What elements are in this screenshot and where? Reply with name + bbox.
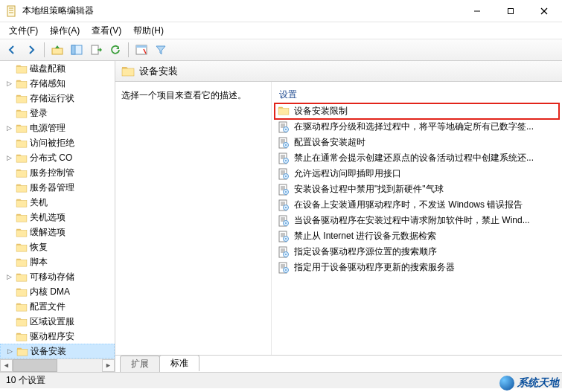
watermark-text: 系统天地 [517, 376, 559, 390]
setting-policy-row[interactable]: 在驱动程序分级和选择过程中，将平等地确定所有已数字签... [275, 119, 559, 135]
svg-rect-16 [16, 96, 27, 103]
folder-icon [16, 64, 28, 74]
minimize-button[interactable] [460, 0, 494, 22]
toolbar-separator [128, 42, 129, 57]
up-button[interactable] [48, 41, 66, 59]
folder-icon [16, 332, 28, 341]
setting-policy-row[interactable]: 在设备上安装通用驱动程序时，不发送 Windows 错误报告 [275, 197, 559, 213]
expand-icon[interactable]: ▷ [5, 347, 14, 356]
scroll-left-arrow[interactable]: ◄ [0, 359, 13, 372]
setting-folder-row[interactable]: 设备安装限制 [275, 103, 559, 119]
tree-item[interactable]: 缓解选项 [0, 225, 115, 240]
expand-placeholder [4, 242, 13, 251]
filter-button[interactable] [152, 41, 170, 59]
setting-policy-row[interactable]: 禁止从 Internet 进行设备元数据检索 [275, 228, 559, 244]
close-button[interactable] [527, 0, 561, 22]
toolbar [0, 39, 562, 61]
tree-item[interactable]: ▷分布式 CO [0, 150, 115, 165]
tree-item-label: 区域设置服 [30, 315, 74, 328]
tree-item-label: 电源管理 [30, 122, 66, 135]
tree-item-label: 内核 DMA [30, 286, 70, 298]
titlebar: 本地组策略编辑器 [0, 0, 562, 22]
tree-item[interactable]: ▷可移动存储 [0, 269, 115, 284]
folder-icon [16, 138, 28, 148]
tree-item[interactable]: 脚本 [0, 254, 115, 269]
setting-policy-row[interactable]: 禁止在通常会提示创建还原点的设备活动过程中创建系统还... [275, 150, 559, 166]
setting-policy-row[interactable]: 配置设备安装超时 [275, 135, 559, 150]
expand-icon[interactable]: ▷ [4, 79, 13, 88]
settings-column-header[interactable]: 设置 [275, 86, 559, 103]
tree-item[interactable]: 区域设置服 [0, 314, 115, 329]
expand-icon[interactable]: ▷ [4, 123, 13, 132]
menu-action[interactable]: 操作(A) [44, 23, 86, 39]
show-hide-console-button[interactable] [68, 41, 86, 59]
tree-item[interactable]: 存储运行状 [0, 91, 115, 106]
tree-item[interactable]: 服务器管理 [0, 180, 115, 195]
back-button[interactable] [3, 41, 21, 59]
svg-rect-26 [16, 245, 27, 251]
tab-standard[interactable]: 标准 [159, 355, 199, 371]
status-text: 10 个设置 [6, 374, 45, 387]
maximize-button[interactable] [494, 0, 527, 22]
statusbar: 10 个设置 [0, 372, 562, 388]
tree-item-label: 访问被拒绝 [30, 137, 74, 150]
tree-item[interactable]: ▷设备安装 [0, 344, 115, 359]
refresh-button[interactable] [106, 41, 124, 59]
setting-policy-row[interactable]: 当设备驱动程序在安装过程中请求附加软件时，禁止 Wind... [275, 213, 559, 228]
tree-item-label: 可移动存储 [30, 271, 74, 283]
tree-item[interactable]: 配置文件 [0, 299, 115, 314]
svg-rect-35 [278, 108, 289, 115]
tree-item[interactable]: 服务控制管 [0, 165, 115, 180]
tree-item-label: 磁盘配额 [30, 62, 66, 75]
menubar: 文件(F) 操作(A) 查看(V) 帮助(H) [0, 22, 562, 39]
tree-item[interactable]: 驱动程序安 [0, 329, 115, 344]
folder-icon [16, 94, 28, 103]
setting-policy-row[interactable]: 指定设备驱动程序源位置的搜索顺序 [275, 244, 559, 260]
setting-policy-row[interactable]: 安装设备过程中禁用"找到新硬件"气球 [275, 181, 559, 197]
expand-icon[interactable]: ▷ [4, 153, 13, 162]
scroll-right-arrow[interactable]: ► [102, 359, 115, 372]
tab-extended[interactable]: 扩展 [120, 356, 160, 372]
svg-rect-19 [16, 141, 27, 147]
tree-item-label: 存储运行状 [30, 92, 74, 105]
tree-horizontal-scrollbar[interactable]: ◄ ► [0, 359, 115, 371]
detail-header: 设备安装 [115, 61, 562, 82]
tabs-bar: 扩展 标准 [115, 355, 562, 371]
tree-item[interactable]: 磁盘配额 [0, 61, 115, 76]
setting-policy-row[interactable]: 指定用于设备驱动程序更新的搜索服务器 [275, 260, 559, 275]
folder-icon [16, 168, 28, 178]
tree-item[interactable]: 关机选项 [0, 210, 115, 225]
tree-item[interactable]: ▷电源管理 [0, 121, 115, 135]
tree-item[interactable]: 内核 DMA [0, 284, 115, 299]
setting-label: 禁止从 Internet 进行设备元数据检索 [294, 230, 436, 242]
tree-item[interactable]: 登录 [0, 106, 115, 121]
tree-item[interactable]: 访问被拒绝 [0, 135, 115, 150]
menu-help[interactable]: 帮助(H) [127, 23, 170, 39]
svg-point-41 [285, 129, 287, 130]
export-list-button[interactable] [87, 41, 105, 59]
folder-icon [16, 347, 28, 356]
tree-scroll[interactable]: 磁盘配额▷存储感知存储运行状登录▷电源管理访问被拒绝▷分布式 CO服务控制管服务… [0, 61, 115, 359]
setting-policy-row[interactable]: 允许远程访问即插即用接口 [275, 166, 559, 181]
policy-icon [278, 168, 290, 180]
tree-item[interactable]: 关机 [0, 195, 115, 210]
svg-point-71 [285, 207, 287, 208]
globe-icon [499, 376, 514, 391]
tree-item[interactable]: 恢复 [0, 240, 115, 254]
expand-icon[interactable]: ▷ [4, 272, 13, 281]
window-title: 本地组策略编辑器 [22, 4, 460, 17]
svg-rect-28 [16, 274, 27, 281]
expand-placeholder [4, 183, 13, 192]
tree-item[interactable]: ▷存储感知 [0, 76, 115, 91]
menu-view[interactable]: 查看(V) [86, 23, 127, 39]
menu-file[interactable]: 文件(F) [3, 23, 44, 39]
svg-rect-25 [16, 230, 27, 237]
svg-rect-5 [508, 8, 513, 13]
app-icon [6, 5, 18, 17]
properties-button[interactable] [132, 41, 150, 59]
scroll-track[interactable] [13, 359, 102, 372]
svg-rect-14 [16, 66, 27, 73]
scroll-thumb[interactable] [13, 359, 57, 372]
forward-button[interactable] [22, 41, 40, 59]
svg-rect-27 [16, 260, 27, 266]
